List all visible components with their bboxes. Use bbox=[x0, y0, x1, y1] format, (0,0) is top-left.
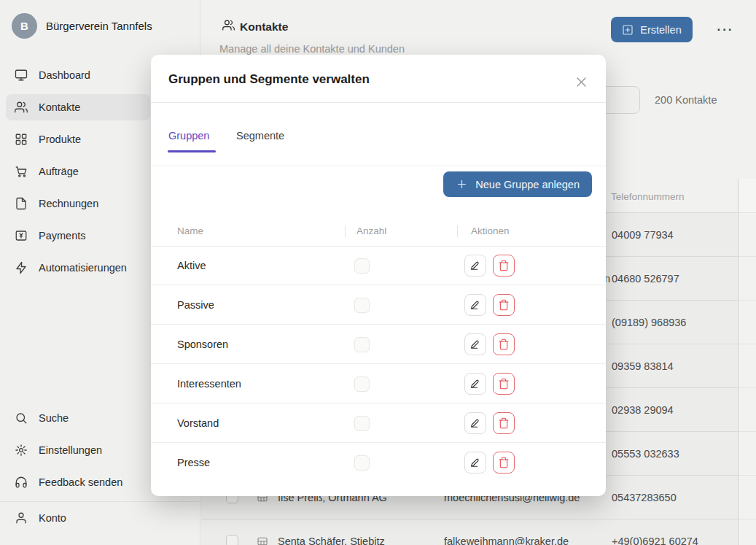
group-name: Presse bbox=[177, 443, 210, 482]
group-row: Presse bbox=[151, 443, 606, 482]
group-name: Passive bbox=[177, 285, 214, 325]
monitor-icon bbox=[14, 69, 28, 82]
sidebar-footer-nav: Suche Einstellungen Feedback senden bbox=[0, 405, 155, 501]
sidebar-item-label: Automatisierungen bbox=[39, 262, 127, 274]
group-row: Vorstand bbox=[151, 403, 606, 443]
user-icon bbox=[14, 511, 28, 525]
close-icon[interactable] bbox=[572, 73, 590, 90]
sidebar-item-kontakte[interactable]: Kontakte bbox=[6, 94, 150, 120]
contact-email: falkeweihmann@kraker.de bbox=[444, 519, 569, 545]
create-button[interactable]: Erstellen bbox=[611, 17, 693, 42]
table-column-divider bbox=[738, 179, 756, 545]
sidebar-item-rechnungen[interactable]: Rechnungen bbox=[6, 190, 150, 217]
sidebar-item-label: Dashboard bbox=[39, 69, 90, 81]
grid-icon bbox=[14, 133, 28, 147]
sidebar-item-label: Produkte bbox=[39, 134, 81, 145]
group-name: Interessenten bbox=[177, 364, 241, 403]
pencil-icon bbox=[469, 339, 481, 350]
sidebar-item-label: Einstellungen bbox=[39, 444, 102, 456]
app-window: B Bürgerverein Tannfels Dashboard Kontak… bbox=[0, 0, 756, 545]
delete-group-button[interactable] bbox=[493, 255, 515, 277]
delete-group-button[interactable] bbox=[493, 294, 515, 316]
edit-group-button[interactable] bbox=[464, 294, 486, 316]
contact-phone: 04009 77934 bbox=[612, 213, 674, 257]
modal-header-divider bbox=[151, 102, 606, 103]
table-row[interactable]: Senta Schäfer, Stiebitz falkeweihmann@kr… bbox=[201, 519, 756, 545]
column-header-telefonnummern: Telefonnummern bbox=[611, 181, 756, 212]
pencil-icon bbox=[469, 457, 481, 468]
delete-group-button[interactable] bbox=[493, 373, 515, 395]
sidebar-item-label: Konto bbox=[39, 512, 66, 524]
active-tab-underline bbox=[168, 150, 216, 152]
sidebar-item-label: Rechnungen bbox=[39, 198, 98, 209]
trash-icon bbox=[498, 260, 510, 271]
edit-group-button[interactable] bbox=[464, 452, 486, 474]
sidebar-item-konto[interactable]: Konto bbox=[6, 505, 150, 531]
sidebar-divider bbox=[0, 501, 200, 502]
plus-icon bbox=[456, 178, 468, 190]
create-button-label: Erstellen bbox=[640, 24, 681, 36]
organization-icon bbox=[257, 536, 268, 545]
contact-phone: (09189) 968936 bbox=[612, 301, 686, 344]
count-placeholder bbox=[354, 416, 370, 431]
cart-icon bbox=[14, 165, 28, 179]
sidebar-item-label: Feedback senden bbox=[39, 476, 122, 488]
column-separator bbox=[457, 225, 458, 237]
org-avatar: B bbox=[12, 13, 37, 39]
contact-phone: 04680 526797 bbox=[612, 257, 679, 301]
group-row: Passive bbox=[151, 285, 606, 325]
pencil-icon bbox=[469, 378, 481, 390]
tab-segmente[interactable]: Segmente bbox=[236, 125, 284, 146]
new-group-button[interactable]: Neue Gruppe anlegen bbox=[443, 171, 592, 197]
group-name: Sponsoren bbox=[177, 325, 228, 364]
sidebar-item-label: Payments bbox=[39, 230, 85, 241]
delete-group-button[interactable] bbox=[493, 452, 515, 474]
trash-icon bbox=[498, 339, 510, 350]
sidebar-item-produkte[interactable]: Produkte bbox=[6, 126, 150, 152]
group-row: Aktive bbox=[151, 246, 606, 285]
group-row: Interessenten bbox=[151, 364, 606, 403]
more-menu-button[interactable]: ··· bbox=[711, 20, 740, 39]
sidebar-nav: Dashboard Kontakte Produkte Aufträge Rec… bbox=[0, 62, 155, 287]
pencil-icon bbox=[469, 299, 481, 311]
sidebar-item-label: Aufträge bbox=[39, 166, 79, 177]
banknote-yen-icon bbox=[14, 229, 28, 243]
modal-title: Gruppen und Segmente verwalten bbox=[168, 72, 370, 87]
sidebar-item-suche[interactable]: Suche bbox=[6, 405, 150, 431]
group-name: Vorstand bbox=[177, 403, 219, 443]
plus-square-icon bbox=[622, 24, 634, 36]
org-switcher[interactable]: B Bürgerverein Tannfels bbox=[12, 13, 152, 39]
sidebar-item-auftraege[interactable]: Aufträge bbox=[6, 158, 150, 185]
edit-group-button[interactable] bbox=[464, 373, 486, 395]
column-header-aktionen: Aktionen bbox=[471, 217, 510, 246]
manage-groups-modal: Gruppen und Segmente verwalten Gruppen S… bbox=[151, 55, 606, 496]
trash-icon bbox=[498, 417, 510, 429]
group-name: Aktive bbox=[177, 246, 206, 285]
contact-phone: 05437283650 bbox=[612, 476, 677, 519]
row-checkbox[interactable] bbox=[226, 535, 238, 545]
search-icon bbox=[14, 411, 28, 425]
delete-group-button[interactable] bbox=[493, 333, 515, 355]
new-group-button-label: Neue Gruppe anlegen bbox=[475, 179, 580, 190]
edit-group-button[interactable] bbox=[464, 255, 486, 277]
column-header-anzahl: Anzahl bbox=[356, 217, 386, 246]
sidebar-item-dashboard[interactable]: Dashboard bbox=[6, 62, 150, 88]
delete-group-button[interactable] bbox=[493, 412, 515, 434]
group-row: Sponsoren bbox=[151, 325, 606, 364]
zap-icon bbox=[14, 261, 28, 275]
tab-gruppen[interactable]: Gruppen bbox=[168, 125, 209, 146]
count-placeholder bbox=[354, 337, 370, 352]
edit-group-button[interactable] bbox=[464, 412, 486, 434]
page-header: Kontakte bbox=[222, 19, 288, 34]
trash-icon bbox=[498, 299, 510, 311]
sidebar-item-payments[interactable]: Payments bbox=[6, 223, 150, 249]
sidebar-item-einstellungen[interactable]: Einstellungen bbox=[6, 437, 150, 463]
sidebar-item-feedback[interactable]: Feedback senden bbox=[6, 469, 150, 495]
tab-bar-divider bbox=[151, 166, 606, 166]
edit-group-button[interactable] bbox=[464, 333, 486, 355]
page-title: Kontakte bbox=[240, 20, 288, 34]
headphones-icon bbox=[14, 476, 28, 490]
sidebar-item-automatisierungen[interactable]: Automatisierungen bbox=[6, 255, 150, 281]
org-name: Bürgerverein Tannfels bbox=[46, 20, 152, 32]
column-header-name: Name bbox=[177, 217, 203, 246]
